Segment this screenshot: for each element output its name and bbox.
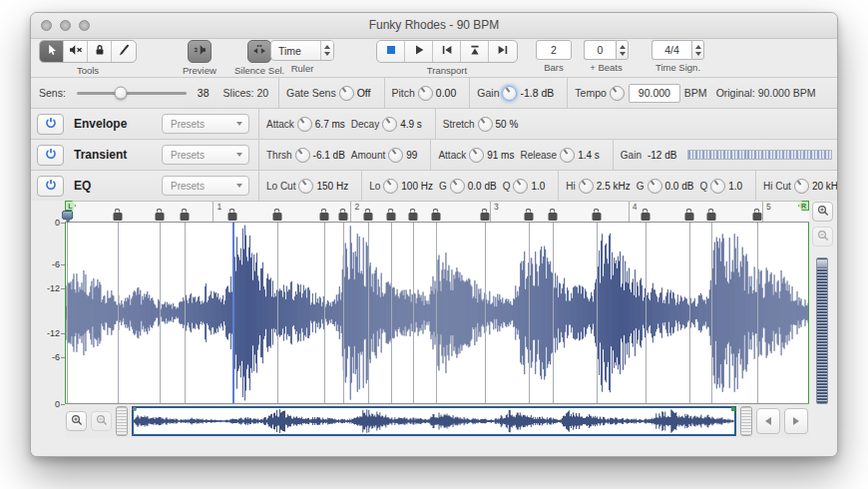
scroll-right-button[interactable] bbox=[784, 408, 808, 434]
overview-left-grip-handle[interactable] bbox=[116, 406, 128, 436]
slice-line[interactable] bbox=[67, 223, 68, 403]
decay-knob[interactable] bbox=[382, 117, 397, 132]
go-to-start-button[interactable] bbox=[433, 41, 461, 62]
attack-knob[interactable] bbox=[297, 117, 312, 132]
gain-ribbon-slider[interactable] bbox=[687, 150, 832, 160]
zoom-out-v-button[interactable] bbox=[812, 227, 833, 246]
pitch-knob[interactable] bbox=[418, 86, 433, 101]
hi-cut-knob[interactable] bbox=[794, 179, 809, 194]
slice-line[interactable] bbox=[485, 223, 486, 403]
selected-slice-line[interactable] bbox=[232, 223, 234, 403]
slice-lock-icon[interactable] bbox=[431, 213, 440, 221]
lo-knob[interactable] bbox=[383, 179, 398, 194]
slice-lock-icon[interactable] bbox=[593, 213, 602, 221]
slice-line[interactable] bbox=[368, 223, 369, 403]
timesig-stepper-icon[interactable] bbox=[691, 40, 704, 60]
beats-stepper-icon[interactable] bbox=[616, 40, 629, 60]
slice-line[interactable] bbox=[553, 223, 554, 403]
hi-knob[interactable] bbox=[579, 179, 594, 194]
tempo-knob[interactable] bbox=[610, 86, 625, 101]
slice-lock-icon[interactable] bbox=[364, 213, 373, 221]
slice-lock-icon[interactable] bbox=[480, 213, 489, 221]
pointer-tool-button[interactable] bbox=[40, 41, 64, 62]
beats-field[interactable] bbox=[584, 40, 616, 60]
bars-field[interactable] bbox=[536, 40, 572, 60]
slice-lock-icon[interactable] bbox=[113, 213, 122, 221]
slice-line[interactable] bbox=[118, 223, 119, 403]
slider-thumb[interactable] bbox=[114, 87, 127, 100]
transient-presets-dropdown[interactable]: Presets bbox=[162, 145, 249, 165]
scroll-left-button[interactable] bbox=[756, 408, 780, 434]
slice-lock-icon[interactable] bbox=[227, 213, 236, 221]
slice-line[interactable] bbox=[436, 223, 437, 403]
thrsh-knob[interactable] bbox=[295, 148, 310, 163]
draw-tool-button[interactable] bbox=[112, 41, 136, 62]
mute-tool-button[interactable] bbox=[64, 41, 88, 62]
g-knob[interactable] bbox=[450, 179, 465, 194]
slice-line[interactable] bbox=[391, 223, 392, 403]
playhead-marker[interactable] bbox=[62, 211, 73, 220]
gain-knob[interactable] bbox=[502, 86, 517, 101]
slice-line[interactable] bbox=[160, 223, 161, 403]
slice-line[interactable] bbox=[646, 223, 647, 403]
release-knob[interactable] bbox=[560, 148, 575, 163]
slice-line[interactable] bbox=[343, 223, 344, 403]
slice-line[interactable] bbox=[597, 223, 598, 403]
slice-lock-icon[interactable] bbox=[752, 213, 761, 221]
slice-line[interactable] bbox=[689, 223, 690, 403]
play-button[interactable] bbox=[405, 41, 433, 62]
slice-line[interactable] bbox=[324, 223, 325, 403]
transient-power-button[interactable] bbox=[37, 145, 64, 166]
silence-selection-button[interactable] bbox=[247, 40, 271, 63]
envelope-presets-dropdown[interactable]: Presets bbox=[162, 114, 249, 134]
attack-knob[interactable] bbox=[469, 148, 484, 163]
time-ruler[interactable]: 12345LR bbox=[65, 201, 809, 223]
slice-line[interactable] bbox=[185, 223, 186, 403]
slice-lock-icon[interactable] bbox=[641, 213, 650, 221]
slice-lock-icon[interactable] bbox=[524, 213, 533, 221]
slice-line[interactable] bbox=[277, 223, 278, 403]
slice-line[interactable] bbox=[757, 223, 758, 403]
vertical-scroll-slider[interactable] bbox=[816, 257, 828, 404]
q-knob[interactable] bbox=[513, 179, 528, 194]
g-knob[interactable] bbox=[648, 179, 662, 194]
slice-line[interactable] bbox=[529, 223, 530, 403]
lo-cut-knob[interactable] bbox=[298, 179, 313, 194]
go-to-end-button[interactable] bbox=[489, 41, 517, 62]
slice-lock-icon[interactable] bbox=[181, 213, 190, 221]
envelope-power-button[interactable] bbox=[37, 114, 64, 135]
slice-line[interactable] bbox=[413, 223, 414, 403]
ruler-mode-select[interactable]: Time bbox=[270, 40, 334, 61]
vertical-slider-grip[interactable] bbox=[817, 260, 827, 268]
overview-waveform[interactable] bbox=[132, 406, 736, 436]
q-knob[interactable] bbox=[710, 179, 725, 194]
slice-lock-icon[interactable] bbox=[548, 213, 557, 221]
eq-presets-dropdown[interactable]: Presets bbox=[162, 176, 249, 196]
return-to-start-button[interactable] bbox=[461, 41, 489, 62]
zoom-out-h-button[interactable] bbox=[91, 411, 112, 431]
slice-lock-icon[interactable] bbox=[684, 213, 693, 221]
timesig-value[interactable]: 4/4 bbox=[651, 40, 691, 60]
stepper-icon[interactable] bbox=[320, 41, 333, 60]
zoom-in-v-button[interactable] bbox=[812, 202, 833, 222]
main-waveform[interactable] bbox=[65, 223, 809, 403]
stop-button[interactable] bbox=[377, 41, 405, 62]
slice-lock-icon[interactable] bbox=[409, 213, 418, 221]
slice-lock-icon[interactable] bbox=[273, 213, 282, 221]
gate-sens-knob[interactable] bbox=[339, 86, 354, 101]
slice-lock-icon[interactable] bbox=[387, 213, 396, 221]
preview-button[interactable] bbox=[188, 40, 212, 63]
amount-knob[interactable] bbox=[388, 148, 403, 163]
slice-lock-icon[interactable] bbox=[339, 213, 348, 221]
stretch-knob[interactable] bbox=[478, 117, 493, 132]
zoom-in-h-button[interactable] bbox=[66, 411, 87, 431]
lock-tool-button[interactable] bbox=[88, 41, 112, 62]
slice-lock-icon[interactable] bbox=[706, 213, 715, 221]
loop-start-marker[interactable]: L bbox=[65, 201, 76, 211]
tempo-field[interactable] bbox=[629, 84, 680, 103]
loop-end-marker[interactable]: R bbox=[798, 201, 809, 211]
eq-power-button[interactable] bbox=[37, 176, 64, 197]
slice-line[interactable] bbox=[711, 223, 712, 403]
slice-lock-icon[interactable] bbox=[156, 213, 165, 221]
waveform-canvas[interactable] bbox=[65, 223, 809, 404]
